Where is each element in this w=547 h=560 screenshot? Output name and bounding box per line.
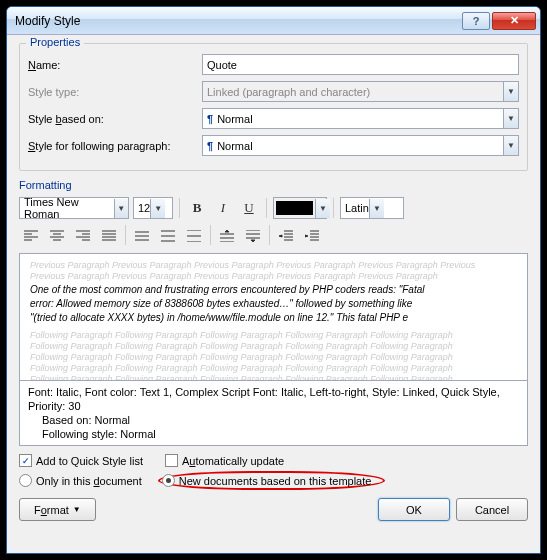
formatting-toolbar: Times New Roman▼ 12▼ B I U ▼ Latin▼	[19, 197, 528, 219]
style-description: Font: Italic, Font color: Text 1, Comple…	[19, 381, 528, 446]
line-spacing-2-button[interactable]	[182, 225, 206, 247]
only-document-label: Only in this document	[36, 475, 142, 487]
quick-style-checkbox[interactable]	[19, 454, 32, 467]
highlight-annotation: New documents based on this template	[158, 471, 386, 490]
align-justify-button[interactable]	[97, 225, 121, 247]
align-left-button[interactable]	[19, 225, 43, 247]
new-documents-radio[interactable]	[162, 474, 175, 487]
decrease-indent-button[interactable]	[274, 225, 298, 247]
font-size-select[interactable]: 12▼	[133, 197, 173, 219]
properties-label: Properties	[26, 36, 84, 48]
formatting-label: Formatting	[19, 179, 528, 191]
bold-button[interactable]: B	[186, 197, 208, 219]
chevron-down-icon: ▼	[369, 199, 384, 218]
properties-group: Properties Name: Style type: Linked (par…	[19, 43, 528, 171]
help-button[interactable]: ?	[462, 12, 490, 30]
font-family-select[interactable]: Times New Roman▼	[19, 197, 129, 219]
modify-style-dialog: Modify Style ? ✕ Properties Name: Style …	[6, 6, 541, 554]
name-label: Name:	[28, 59, 196, 71]
following-select[interactable]: ¶Normal▼	[202, 135, 519, 156]
paragraph-toolbar	[19, 225, 528, 247]
space-after-button[interactable]	[241, 225, 265, 247]
italic-button[interactable]: I	[212, 197, 234, 219]
chevron-down-icon[interactable]: ▼	[503, 136, 518, 155]
chevron-down-icon: ▼	[114, 199, 128, 218]
cancel-button[interactable]: Cancel	[456, 498, 528, 521]
preview-pane: Previous Paragraph Previous Paragraph Pr…	[19, 253, 528, 381]
auto-update-checkbox[interactable]	[165, 454, 178, 467]
chevron-down-icon[interactable]: ▼	[503, 109, 518, 128]
ok-button[interactable]: OK	[378, 498, 450, 521]
script-select[interactable]: Latin▼	[340, 197, 404, 219]
based-on-select[interactable]: ¶Normal▼	[202, 108, 519, 129]
style-type-select: Linked (paragraph and character)▼	[202, 81, 519, 102]
style-type-label: Style type:	[28, 86, 196, 98]
underline-button[interactable]: U	[238, 197, 260, 219]
space-before-button[interactable]	[215, 225, 239, 247]
line-spacing-15-button[interactable]	[156, 225, 180, 247]
align-center-button[interactable]	[45, 225, 69, 247]
format-button[interactable]: Format▼	[19, 498, 96, 521]
titlebar[interactable]: Modify Style ? ✕	[7, 7, 540, 35]
auto-update-label: Automatically update	[182, 455, 284, 467]
align-right-button[interactable]	[71, 225, 95, 247]
window-title: Modify Style	[15, 14, 460, 28]
line-spacing-1-button[interactable]	[130, 225, 154, 247]
chevron-down-icon: ▼	[315, 199, 330, 218]
name-input[interactable]	[202, 54, 519, 75]
chevron-down-icon: ▼	[150, 199, 165, 218]
chevron-down-icon: ▼	[503, 82, 518, 101]
following-label: Style for following paragraph:	[28, 140, 196, 152]
close-button[interactable]: ✕	[492, 12, 536, 30]
based-on-label: Style based on:	[28, 113, 196, 125]
increase-indent-button[interactable]	[300, 225, 324, 247]
font-color-button[interactable]: ▼	[273, 197, 327, 219]
new-documents-label: New documents based on this template	[179, 475, 372, 487]
quick-style-label: Add to Quick Style list	[36, 455, 143, 467]
only-document-radio[interactable]	[19, 474, 32, 487]
